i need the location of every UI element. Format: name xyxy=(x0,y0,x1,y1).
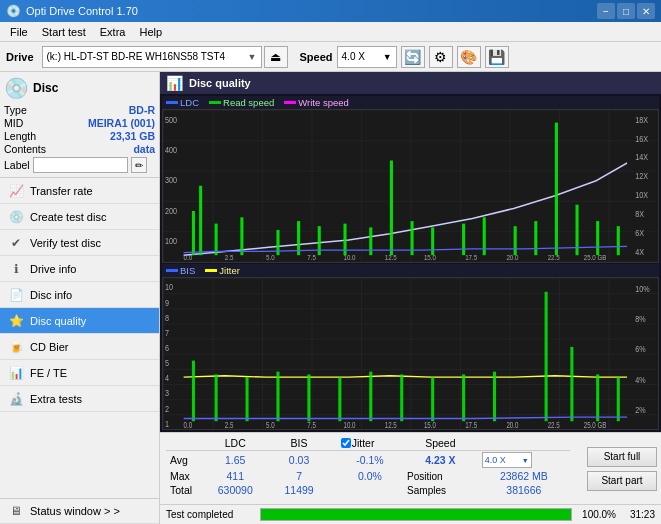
svg-rect-68 xyxy=(400,374,403,421)
svg-text:10.0: 10.0 xyxy=(343,254,355,262)
svg-text:18X: 18X xyxy=(635,115,648,125)
start-buttons: Start full Start part xyxy=(576,433,661,504)
disc-title: Disc xyxy=(33,81,58,95)
menu-help[interactable]: Help xyxy=(133,24,168,40)
svg-rect-27 xyxy=(483,217,486,255)
eject-button[interactable]: ⏏ xyxy=(264,46,288,68)
total-row: Total 630090 11499 Samples 381666 xyxy=(166,483,570,497)
sidebar-item-verify-test-disc[interactable]: ✔ Verify test disc xyxy=(0,230,159,256)
svg-text:10%: 10% xyxy=(635,282,650,293)
read-speed-legend-item: Read speed xyxy=(209,97,274,108)
stats-table: LDC BIS Jitter Speed xyxy=(166,436,570,497)
svg-text:20.0: 20.0 xyxy=(506,254,518,262)
palette-button[interactable]: 🎨 xyxy=(457,46,481,68)
ldc-chart-container: LDC Read speed Write speed xyxy=(162,96,659,263)
svg-rect-45 xyxy=(163,278,658,430)
start-full-button[interactable]: Start full xyxy=(587,447,657,467)
svg-rect-61 xyxy=(192,360,195,421)
disc-quality-icon: ⭐ xyxy=(8,314,24,328)
save-button[interactable]: 💾 xyxy=(485,46,509,68)
sidebar: 💿 Disc Type BD-R MID MEIRA1 (001) Length… xyxy=(0,72,160,524)
speed-selector[interactable]: 4.0 X ▼ xyxy=(337,46,397,68)
svg-text:16X: 16X xyxy=(635,134,648,144)
disc-icon: 💿 xyxy=(4,76,29,100)
sidebar-item-disc-info[interactable]: 📄 Disc info xyxy=(0,282,159,308)
main-content: 💿 Disc Type BD-R MID MEIRA1 (001) Length… xyxy=(0,72,661,524)
svg-text:0.0: 0.0 xyxy=(184,254,193,262)
ldc-legend-label: LDC xyxy=(180,97,199,108)
svg-text:15.0: 15.0 xyxy=(424,254,436,262)
svg-text:200: 200 xyxy=(165,206,177,216)
drive-info-icon: ℹ xyxy=(8,262,24,276)
svg-rect-33 xyxy=(617,226,620,255)
svg-text:0.0: 0.0 xyxy=(184,420,193,429)
nav-items: 📈 Transfer rate 💿 Create test disc ✔ Ver… xyxy=(0,178,159,412)
sidebar-item-fe-te[interactable]: 📊 FE / TE xyxy=(0,360,159,386)
svg-text:7.5: 7.5 xyxy=(307,254,316,262)
progress-bar-outer xyxy=(260,508,572,521)
close-button[interactable]: ✕ xyxy=(637,3,655,19)
svg-text:5.0: 5.0 xyxy=(266,254,275,262)
stats-table-area: LDC BIS Jitter Speed xyxy=(160,433,576,504)
menu-file[interactable]: File xyxy=(4,24,34,40)
write-speed-legend-color xyxy=(284,101,296,104)
sidebar-item-create-test-disc[interactable]: 💿 Create test disc xyxy=(0,204,159,230)
col-label-header xyxy=(166,436,201,451)
svg-rect-73 xyxy=(570,346,573,420)
app-icon: 💿 xyxy=(6,4,21,18)
avg-row: Avg 1.65 0.03 -0.1% 4.23 X 4.0 X ▼ xyxy=(166,451,570,470)
label-input[interactable] xyxy=(33,157,128,173)
menu-extra[interactable]: Extra xyxy=(94,24,132,40)
progress-time: 31:23 xyxy=(620,509,655,520)
status-window-button[interactable]: 🖥 Status window > > xyxy=(0,498,159,524)
disc-length-row: Length 23,31 GB xyxy=(4,130,155,142)
progress-row: Test completed 100.0% 31:23 xyxy=(160,504,661,524)
sidebar-item-extra-tests[interactable]: 🔬 Extra tests xyxy=(0,386,159,412)
svg-text:12X: 12X xyxy=(635,172,648,182)
jitter-checkbox[interactable] xyxy=(341,438,351,448)
settings-button[interactable]: ⚙ xyxy=(429,46,453,68)
svg-text:14X: 14X xyxy=(635,153,648,163)
sidebar-item-transfer-rate[interactable]: 📈 Transfer rate xyxy=(0,178,159,204)
write-speed-legend-label: Write speed xyxy=(298,97,349,108)
content-area: 📊 Disc quality LDC Read speed xyxy=(160,72,661,524)
svg-rect-25 xyxy=(431,227,434,255)
col-bis-header: BIS xyxy=(269,436,328,451)
svg-text:20.0: 20.0 xyxy=(506,420,518,429)
stats-area: LDC BIS Jitter Speed xyxy=(160,432,661,504)
svg-text:5: 5 xyxy=(165,357,169,368)
svg-rect-66 xyxy=(338,377,341,421)
sidebar-item-cd-bier[interactable]: 🍺 CD Bier xyxy=(0,334,159,360)
sidebar-item-disc-quality[interactable]: ⭐ Disc quality xyxy=(0,308,159,334)
svg-rect-22 xyxy=(369,227,372,255)
write-speed-legend-item: Write speed xyxy=(284,97,349,108)
svg-rect-72 xyxy=(545,291,548,420)
svg-text:8%: 8% xyxy=(635,313,646,324)
refresh-button[interactable]: 🔄 xyxy=(401,46,425,68)
svg-rect-14 xyxy=(192,211,195,255)
svg-text:12.5: 12.5 xyxy=(385,420,397,429)
svg-rect-67 xyxy=(369,371,372,421)
disc-header: 💿 Disc xyxy=(4,76,155,100)
svg-text:4X: 4X xyxy=(635,248,644,258)
minimize-button[interactable]: − xyxy=(597,3,615,19)
label-edit-button[interactable]: ✏ xyxy=(131,157,147,173)
ldc-legend: LDC Read speed Write speed xyxy=(162,96,659,109)
start-part-button[interactable]: Start part xyxy=(587,471,657,491)
svg-text:2: 2 xyxy=(165,402,169,413)
maximize-button[interactable]: □ xyxy=(617,3,635,19)
speed-label: Speed xyxy=(300,51,333,63)
svg-rect-74 xyxy=(596,374,599,421)
svg-rect-16 xyxy=(215,224,218,256)
col-speed-header: Speed xyxy=(403,436,478,451)
disc-info-rows: Type BD-R MID MEIRA1 (001) Length 23,31 … xyxy=(4,104,155,173)
speed-select-stats[interactable]: 4.0 X ▼ xyxy=(482,452,532,468)
svg-text:15.0: 15.0 xyxy=(424,420,436,429)
svg-text:17.5: 17.5 xyxy=(465,420,477,429)
sidebar-item-drive-info[interactable]: ℹ Drive info xyxy=(0,256,159,282)
drive-selector[interactable]: (k:) HL-DT-ST BD-RE WH16NS58 TST4 ▼ xyxy=(42,46,262,68)
menu-start-test[interactable]: Start test xyxy=(36,24,92,40)
read-speed-legend-color xyxy=(209,101,221,104)
progress-percent: 100.0% xyxy=(576,509,616,520)
bis-legend-item: BIS xyxy=(166,265,195,276)
